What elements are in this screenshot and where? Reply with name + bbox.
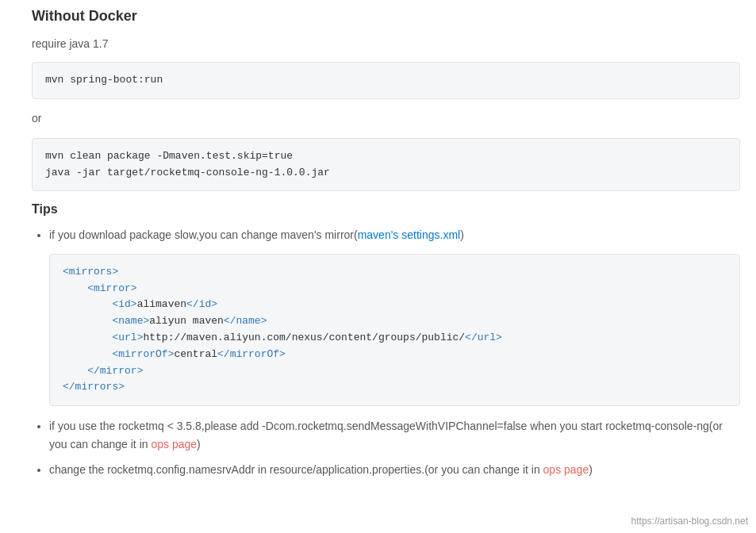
list-item-1: if you download package slow,you can cha… <box>49 226 740 406</box>
or-label: or <box>32 110 740 127</box>
require-text: require java 1.7 <box>32 36 740 52</box>
list-item-2: if you use the rocketmq < 3.5.8,please a… <box>49 417 740 453</box>
tips-list: if you download package slow,you can cha… <box>32 226 740 478</box>
watermark: https://artisan-blog.csdn.net <box>631 516 748 527</box>
bullet-3-text: change the rocketmq.config.namesrvAddr i… <box>49 463 593 476</box>
ops-page-link-1[interactable]: ops page <box>151 438 197 451</box>
code-block-xml: <mirrors> <mirror> <id>alimaven</id> <na… <box>49 254 740 406</box>
settings-xml-link[interactable]: maven's settings.xml <box>358 228 461 241</box>
bullet-1-text: if you download package slow,you can cha… <box>49 228 464 241</box>
bullet-2-text: if you use the rocketmq < 3.5.8,please a… <box>49 420 723 450</box>
page-title: Without Docker <box>32 8 740 25</box>
list-item-3: change the rocketmq.config.namesrvAddr i… <box>49 461 740 478</box>
ops-page-link-2[interactable]: ops page <box>543 463 589 476</box>
code-block-1: mvn spring-boot:run <box>32 62 740 99</box>
code-block-2: mvn clean package -Dmaven.test.skip=true… <box>32 138 740 192</box>
tips-title: Tips <box>32 202 740 217</box>
